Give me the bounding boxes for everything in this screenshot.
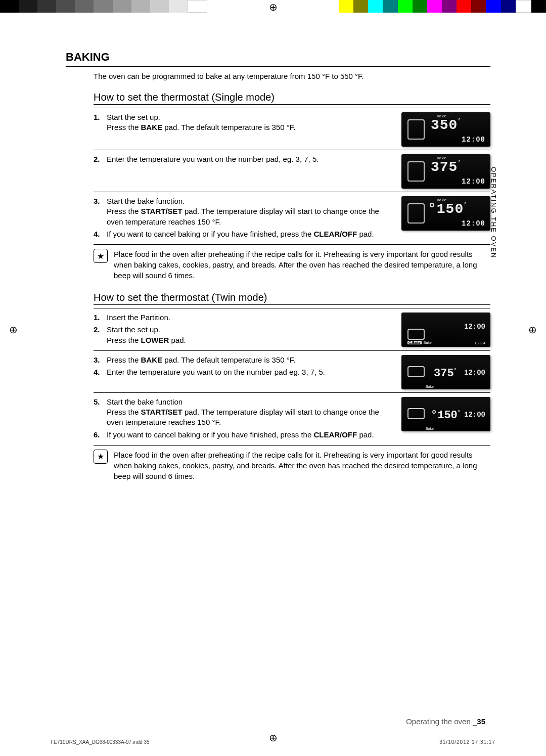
oven-cavity-icon bbox=[407, 161, 425, 182]
single-step-3: 3. Start the bake function. Press the ST… bbox=[94, 196, 396, 227]
oven-lower-cavity-icon bbox=[407, 366, 425, 377]
oven-display-375: Bake 375° 12:00 bbox=[401, 154, 490, 189]
section-tab: OPERATING THE OVEN bbox=[490, 167, 497, 258]
oven-display-350: Bake 350° 12:00 bbox=[401, 112, 490, 147]
oven-cavity-icon bbox=[407, 203, 425, 224]
star-note-icon: ★ bbox=[94, 450, 108, 464]
section-title: BAKING bbox=[66, 51, 490, 67]
star-note-icon: ★ bbox=[94, 249, 108, 263]
single-step-4: 4. If you want to cancel baking or if yo… bbox=[94, 229, 396, 239]
twin-step-4: 4. Enter the temperature you want to on … bbox=[94, 367, 396, 377]
subheading-twin-mode: How to set the thermostat (Twin mode) bbox=[94, 292, 490, 305]
twin-step-3: 3. Press the BAKE pad. The default tempe… bbox=[94, 355, 396, 365]
note-text: Place food in the oven after preheating … bbox=[114, 249, 490, 281]
twin-step-6: 6. If you want to cancel baking or if yo… bbox=[94, 430, 396, 440]
twin-step-2: 2. Start the set up. Press the LOWER pad… bbox=[94, 325, 396, 345]
twin-step-5: 5. Start the bake function Press the STA… bbox=[94, 397, 396, 428]
oven-display-lower-blank: 12:00 C.Bake Bake 1 2 3 4 bbox=[401, 313, 490, 347]
footer-filename: FE710DRS_XAA_DG68-00333A-07.indd 35 bbox=[51, 739, 150, 745]
oven-display-lower-150: °150° 12:00 Bake bbox=[401, 397, 490, 431]
oven-display-lower-375: 375° 12:00 Bake bbox=[401, 355, 490, 389]
page-footer: Operating the oven _35 bbox=[406, 717, 485, 726]
footer-timestamp: 31/10/2012 17:31:17 bbox=[439, 739, 495, 745]
twin-step-1: 1. Insert the Partition. bbox=[94, 313, 396, 323]
intro-text: The oven can be programmed to bake at an… bbox=[94, 72, 490, 80]
oven-cavity-icon bbox=[407, 119, 425, 140]
single-step-2: 2. Enter the temperature you want on the… bbox=[94, 154, 396, 164]
oven-lower-cavity-icon bbox=[407, 408, 425, 419]
note-text: Place food in the oven after preheating … bbox=[114, 450, 490, 481]
oven-lower-cavity-icon bbox=[407, 329, 425, 340]
subheading-single-mode: How to set the thermostat (Single mode) bbox=[94, 92, 490, 105]
single-step-1: 1. Start the set up. Press the BAKE pad.… bbox=[94, 112, 396, 133]
oven-display-150: Bake °150° 12:00 bbox=[401, 196, 490, 231]
